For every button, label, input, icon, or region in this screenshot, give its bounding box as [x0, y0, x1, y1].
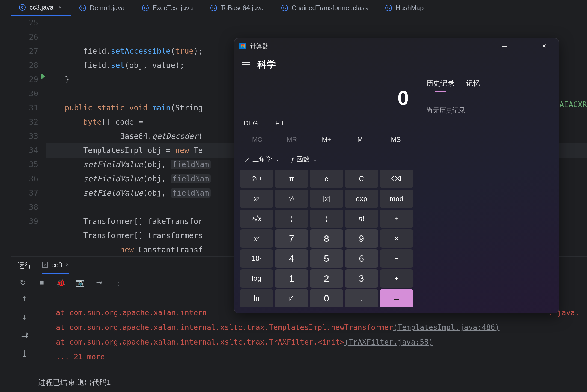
tab-label: ToBase64.java	[221, 4, 264, 12]
scroll-bottom-icon[interactable]: ⤓	[21, 348, 28, 359]
java-class-icon	[19, 4, 26, 11]
ide-window: cc3.java × Demo1.java ExecTest.java ToBa…	[0, 0, 587, 392]
run-tab-cc3[interactable]: > cc3 ×	[42, 257, 69, 274]
tab-chainedtransformer[interactable]: ChainedTransformer.class	[273, 0, 377, 16]
plus-button[interactable]: +	[380, 269, 413, 288]
stop-icon[interactable]: ■	[38, 278, 46, 286]
digit-0[interactable]: 0	[310, 289, 343, 307]
digit-1[interactable]: 1	[275, 269, 308, 288]
java-class-icon	[385, 5, 392, 11]
log-button[interactable]: log	[240, 269, 273, 288]
tab-label: Demo1.java	[90, 4, 125, 12]
wrap-icon[interactable]: ⇉	[21, 330, 28, 340]
exit-message: 进程已结束,退出代码1	[38, 364, 587, 390]
code-content: field.setAccessible(true); field.set(obj…	[46, 44, 587, 257]
digit-3[interactable]: 3	[345, 269, 378, 288]
overflow-string: AEACXR	[559, 98, 587, 112]
digit-2[interactable]: 2	[310, 269, 343, 288]
tab-label: HashMap	[396, 4, 424, 12]
decimal-button[interactable]: .	[345, 289, 378, 307]
java-class-icon	[210, 5, 217, 11]
negate-button[interactable]: +⁄−	[275, 289, 308, 307]
tab-tobase64[interactable]: ToBase64.java	[202, 0, 273, 16]
tab-exectest[interactable]: ExecTest.java	[134, 0, 202, 16]
tab-label: cc3.java	[29, 4, 53, 11]
java-class-icon	[79, 5, 86, 11]
scroll-up-icon[interactable]: ↑	[22, 293, 27, 303]
run-tab-label: cc3	[51, 261, 62, 269]
equals-button[interactable]: =	[380, 289, 413, 307]
tab-label: ChainedTransformer.class	[292, 4, 368, 12]
editor-tabs: cc3.java × Demo1.java ExecTest.java ToBa…	[11, 0, 587, 16]
scroll-down-icon[interactable]: ↓	[22, 312, 27, 322]
code-editor[interactable]: 25 26 27 28 29 30 31 32 33 34 35 36 37 3…	[11, 16, 587, 256]
close-icon[interactable]: ×	[58, 4, 62, 11]
line-gutter: 25 26 27 28 29 30 31 32 33 34 35 36 37 3…	[11, 16, 46, 256]
run-side-controls: ↑ ↓ ⇉ ⤓	[11, 291, 38, 392]
tab-demo1[interactable]: Demo1.java	[71, 0, 134, 16]
tab-cc3[interactable]: cc3.java ×	[11, 0, 71, 16]
close-icon[interactable]: ×	[65, 261, 69, 268]
rerun-icon[interactable]: ↻	[19, 278, 27, 286]
debug-icon[interactable]: 🐞	[57, 278, 65, 286]
run-gutter-icon[interactable]	[41, 74, 45, 79]
exit-icon[interactable]: ⇥	[95, 278, 103, 286]
tab-label: ExecTest.java	[153, 4, 193, 12]
java-class-icon	[142, 5, 149, 11]
java-class-icon	[281, 5, 288, 11]
terminal-icon: >	[42, 262, 48, 268]
ln-button[interactable]: ln	[240, 289, 273, 307]
line-numbers: 25 26 27 28 29 30 31 32 33 34 35 36 37 3…	[11, 16, 38, 229]
code-area[interactable]: field.setAccessible(true); field.set(obj…	[46, 16, 587, 256]
tab-hashmap[interactable]: HashMap	[377, 0, 433, 16]
more-icon[interactable]: ⋮	[114, 278, 122, 286]
camera-icon[interactable]: 📷	[76, 278, 84, 286]
run-title: 运行	[17, 261, 32, 270]
activity-bar	[0, 0, 11, 392]
